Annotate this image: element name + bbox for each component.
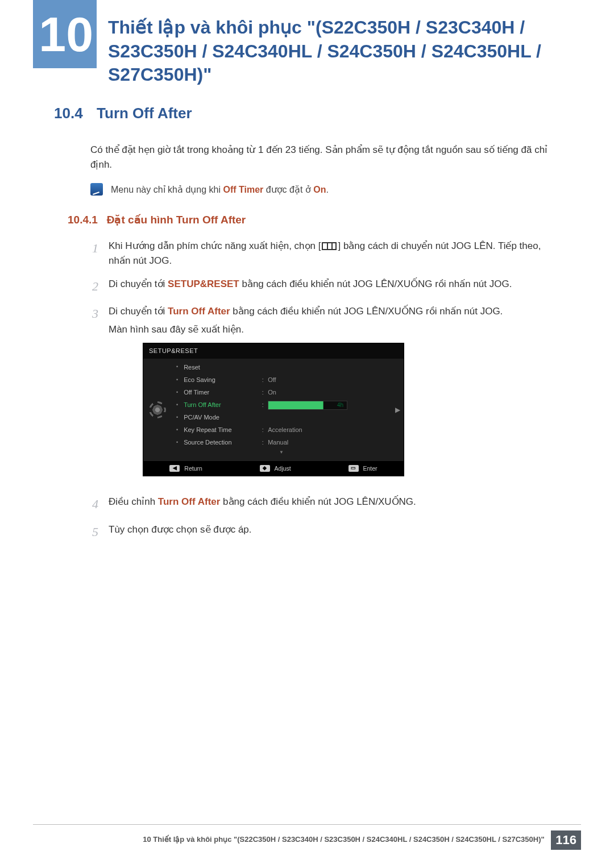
osd-hint-bar: ◀Return ◆Adjust ▭Enter bbox=[143, 460, 404, 476]
osd-category-icon bbox=[143, 359, 172, 460]
adjust-key-icon: ◆ bbox=[260, 465, 270, 472]
osd-slider-value: 4h bbox=[337, 401, 343, 410]
osd-item-off-timer: •Off Timer:On bbox=[176, 387, 387, 399]
osd-list: •Reset •Eco Saving:Off •Off Timer:On •Tu… bbox=[172, 359, 391, 460]
return-key-icon: ◀ bbox=[169, 465, 180, 472]
note: Menu này chỉ khả dụng khi Off Timer được… bbox=[90, 183, 563, 197]
footer-text: 10 Thiết lập và khôi phục "(S22C350H / S… bbox=[143, 835, 544, 844]
osd-item-turn-off-after: •Turn Off After: 4h bbox=[176, 399, 387, 412]
osd-right-arrow-icon: ▶ bbox=[391, 359, 404, 460]
step-5: 5 Tùy chọn được chọn sẽ được áp. bbox=[85, 522, 563, 542]
subsection-heading: 10.4.1 Đặt cấu hình Turn Off After bbox=[68, 211, 563, 228]
subsection-title: Đặt cấu hình Turn Off After bbox=[107, 214, 246, 226]
osd-slider: 4h bbox=[268, 401, 347, 410]
osd-item-reset: •Reset bbox=[176, 361, 387, 373]
page-footer: 10 Thiết lập và khôi phục "(S22C350H / S… bbox=[33, 824, 581, 850]
enter-key-icon: ▭ bbox=[349, 465, 359, 472]
osd-down-arrow-icon: ▼ bbox=[176, 449, 387, 457]
page-number: 116 bbox=[551, 830, 581, 850]
chapter-number: 10 bbox=[39, 7, 93, 61]
osd-hint-return: ◀Return bbox=[169, 464, 202, 473]
chapter-title: Thiết lập và khôi phục "(S22C350H / S23C… bbox=[108, 16, 569, 87]
note-text: Menu này chỉ khả dụng khi Off Timer được… bbox=[111, 183, 329, 197]
gear-icon bbox=[151, 404, 164, 416]
subsection-number: 10.4.1 bbox=[68, 214, 98, 226]
chapter-number-box: 10 bbox=[33, 0, 97, 68]
osd-hint-adjust: ◆Adjust bbox=[260, 464, 291, 473]
osd-item-eco-saving: •Eco Saving:Off bbox=[176, 373, 387, 386]
note-icon bbox=[90, 183, 103, 196]
step-4: 4 Điều chỉnh Turn Off After bằng cách đi… bbox=[85, 495, 563, 514]
section-heading: 10.4 Turn Off After bbox=[54, 105, 563, 122]
section-title: Turn Off After bbox=[97, 105, 192, 122]
osd-item-key-repeat-time: •Key Repeat Time:Acceleration bbox=[176, 424, 387, 437]
osd-hint-enter: ▭Enter bbox=[349, 464, 377, 473]
osd-title: SETUP&RESET bbox=[143, 343, 404, 359]
osd-panel: SETUP&RESET •Reset •Eco Saving:Off bbox=[143, 343, 404, 476]
section-intro: Có thể đặt hẹn giờ tắt trong khoảng từ 1… bbox=[90, 143, 563, 173]
menu-icon bbox=[322, 242, 337, 250]
osd-item-source-detection: •Source Detection:Manual bbox=[176, 437, 387, 449]
osd-item-pc-av-mode: •PC/AV Mode bbox=[176, 412, 387, 424]
step-1: 1 Khi Hướng dẫn phím chức năng xuất hiện… bbox=[85, 239, 563, 269]
step-2: 2 Di chuyển tới SETUP&RESET bằng cách đi… bbox=[85, 277, 563, 296]
section-number: 10.4 bbox=[54, 105, 83, 122]
step-3: 3 Di chuyển tới Turn Off After bằng cách… bbox=[85, 304, 563, 487]
osd-slider-fill bbox=[268, 401, 323, 409]
